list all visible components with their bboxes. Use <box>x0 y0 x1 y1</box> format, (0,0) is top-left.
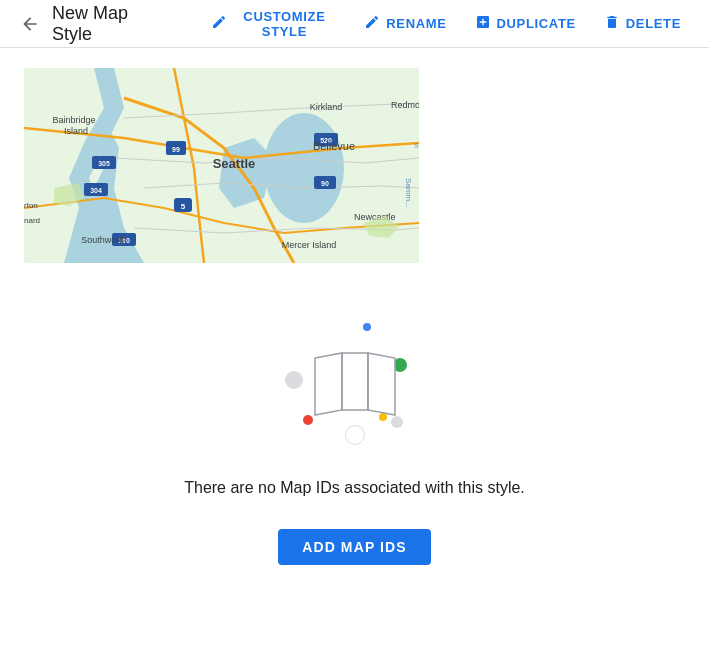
svg-text:Bellevue: Bellevue <box>313 140 355 152</box>
svg-text:5: 5 <box>181 202 186 211</box>
header-actions: CUSTOMIZE STYLE RENAME DUPLICATE <box>199 3 693 45</box>
svg-text:Southworth: Southworth <box>81 235 127 245</box>
trash-icon <box>604 14 620 33</box>
customize-label: CUSTOMIZE STYLE <box>233 9 337 39</box>
map-fold-icon <box>310 348 400 418</box>
empty-state: There are no Map IDs associated with thi… <box>24 303 685 565</box>
svg-text:Bainbridge: Bainbridge <box>52 115 95 125</box>
back-button[interactable] <box>16 10 44 38</box>
svg-text:Si: Si <box>414 142 419 149</box>
main-content: 5 99 520 90 305 304 160 Seattle Bellevue… <box>0 48 709 605</box>
page-title: New Map Style <box>52 3 167 45</box>
duplicate-label: DUPLICATE <box>497 16 576 31</box>
svg-text:Seattle: Seattle <box>213 156 256 171</box>
pencil-icon <box>211 14 227 33</box>
svg-text:99: 99 <box>172 146 180 153</box>
dot-white <box>345 425 365 445</box>
svg-text:304: 304 <box>90 187 102 194</box>
dot-gray-left <box>285 371 303 389</box>
duplicate-button[interactable]: DUPLICATE <box>463 8 588 39</box>
rename-icon <box>364 14 380 33</box>
svg-rect-29 <box>342 353 368 410</box>
empty-illustration <box>275 303 435 463</box>
svg-text:90: 90 <box>321 180 329 187</box>
empty-state-text: There are no Map IDs associated with thi… <box>184 479 525 497</box>
delete-label: DELETE <box>626 16 681 31</box>
svg-text:305: 305 <box>98 160 110 167</box>
customize-style-button[interactable]: CUSTOMIZE STYLE <box>199 3 349 45</box>
header: New Map Style CUSTOMIZE STYLE RENAME <box>0 0 709 48</box>
rename-label: RENAME <box>386 16 446 31</box>
dot-blue-top <box>363 323 371 331</box>
svg-point-1 <box>264 113 344 223</box>
rename-button[interactable]: RENAME <box>352 8 458 39</box>
svg-text:Samm...: Samm... <box>404 178 413 208</box>
svg-text:Mercer Island: Mercer Island <box>282 240 337 250</box>
add-map-ids-button[interactable]: ADD MAP IDS <box>278 529 431 565</box>
svg-text:Redmond: Redmond <box>391 100 419 110</box>
svg-text:nard: nard <box>24 216 40 225</box>
delete-button[interactable]: DELETE <box>592 8 693 39</box>
svg-text:Kirkland: Kirkland <box>310 102 343 112</box>
svg-text:rton: rton <box>24 201 38 210</box>
svg-text:Island: Island <box>64 126 88 136</box>
duplicate-icon <box>475 14 491 33</box>
map-thumbnail: 5 99 520 90 305 304 160 Seattle Bellevue… <box>24 68 419 263</box>
